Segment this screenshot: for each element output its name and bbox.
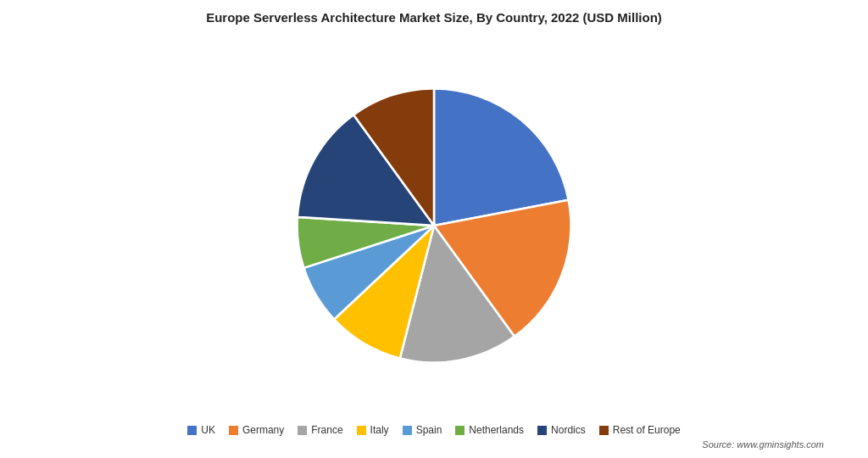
pie-chart <box>290 81 578 370</box>
legend-swatch <box>403 426 412 435</box>
legend-swatch <box>455 426 465 435</box>
legend-swatch <box>599 426 609 435</box>
legend-item-italy: Italy <box>357 424 389 436</box>
legend-item-nordics: Nordics <box>537 424 586 436</box>
legend-label: Nordics <box>551 424 586 436</box>
legend: UKGermanyFranceItalySpainNetherlandsNord… <box>187 424 681 436</box>
legend-label: Netherlands <box>469 424 524 436</box>
legend-swatch <box>537 426 547 435</box>
source-label: Source: www.gminsights.com <box>702 439 824 450</box>
legend-label: Spain <box>416 424 442 436</box>
legend-item-uk: UK <box>187 424 215 436</box>
legend-item-france: France <box>298 424 342 436</box>
legend-swatch <box>187 426 197 435</box>
legend-label: Rest of Europe <box>613 424 681 436</box>
legend-label: Germany <box>242 424 284 436</box>
legend-label: Italy <box>370 424 389 436</box>
pie-area <box>27 35 841 416</box>
legend-swatch <box>298 426 307 435</box>
legend-item-netherlands: Netherlands <box>455 424 524 436</box>
legend-item-spain: Spain <box>403 424 442 436</box>
legend-label: France <box>311 424 342 436</box>
legend-item-germany: Germany <box>229 424 284 436</box>
legend-label: UK <box>201 424 215 436</box>
legend-item-rest-of-europe: Rest of Europe <box>599 424 681 436</box>
legend-swatch <box>357 426 366 435</box>
chart-title: Europe Serverless Architecture Market Si… <box>206 8 662 26</box>
chart-container: Europe Serverless Architecture Market Si… <box>27 8 841 450</box>
legend-swatch <box>229 426 238 435</box>
